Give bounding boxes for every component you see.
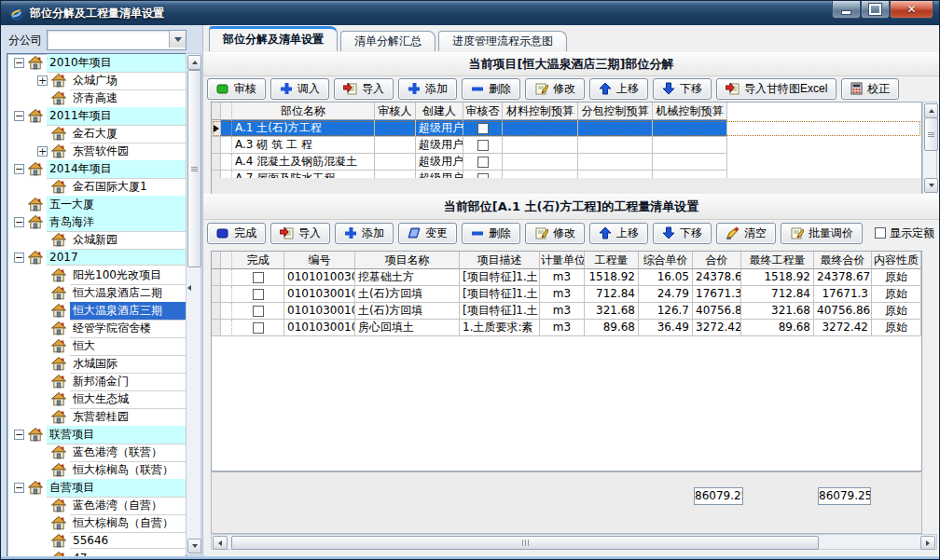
boq-cell-total[interactable]: 17671.3 [693, 286, 741, 303]
boq-cell-final-total[interactable]: 3272.42 [814, 320, 872, 336]
toolbar-button-8[interactable]: 下移 [653, 223, 712, 244]
toolbar-button-7[interactable]: 上移 [589, 223, 648, 244]
done-checkbox[interactable] [253, 289, 264, 300]
boq-cell-price[interactable]: 126.7 [639, 303, 693, 320]
horizontal-scrollbar[interactable] [211, 534, 937, 550]
audited-cell[interactable] [463, 154, 503, 171]
boq-cell-price[interactable]: 36.49 [639, 320, 693, 336]
toolbar-button-3[interactable]: 导入 [334, 78, 394, 100]
boq-cell-total[interactable]: 3272.42 [693, 320, 741, 336]
parts-scroll-thumb[interactable] [924, 117, 938, 151]
boq-cell-nature[interactable]: 原始 [872, 303, 921, 320]
tree-scrollbar[interactable] [186, 53, 201, 555]
tab-1[interactable]: 部位分解及清单设置 [209, 26, 338, 51]
creator-cell[interactable]: 超级用户 [416, 120, 463, 137]
boq-cell-final-total[interactable]: 40756.86 [814, 303, 872, 320]
subcontract-budget-cell[interactable] [578, 154, 653, 171]
parts-scroll-up-button[interactable] [924, 103, 938, 118]
boq-cell-nature[interactable]: 原始 [872, 269, 921, 286]
toolbar-button-2[interactable]: 调入 [270, 78, 329, 100]
tree-item[interactable]: 金石大厦 [7, 125, 186, 143]
parts-table-scrollbar[interactable] [922, 102, 937, 195]
toolbar-button-5[interactable]: 删除 [462, 78, 520, 100]
collapse-icon[interactable]: − [14, 58, 24, 68]
audited-cell[interactable] [463, 120, 503, 137]
expand-icon[interactable]: + [37, 146, 48, 157]
tree-item[interactable]: 经管学院宿舍楼 [7, 320, 186, 337]
boq-table-row[interactable]: 010103001003房心回填土1.土质要求:素m389.6836.49327… [212, 320, 921, 336]
done-checkbox[interactable] [253, 322, 264, 334]
part-name-cell[interactable]: A.4 混凝土及钢筋混凝土 [232, 154, 375, 171]
boq-cell-desc[interactable]: 1.土质要求:素 [460, 320, 540, 336]
audited-checkbox[interactable] [477, 140, 489, 151]
part-name-cell[interactable]: A.1 土(石)方工程 [232, 120, 375, 137]
boq-cell-desc[interactable]: [项目特征]1.土 [460, 269, 540, 286]
boq-cell-unit[interactable]: m3 [540, 303, 585, 320]
tree-scroll-up-button[interactable] [187, 55, 201, 70]
tree-item[interactable]: 恒大 [7, 337, 186, 355]
boq-cell-final-qty[interactable]: 1518.92 [741, 269, 814, 286]
tree-item[interactable]: 阳光100光改项目 [7, 266, 186, 284]
auditor-cell[interactable] [375, 154, 416, 171]
done-cell[interactable] [232, 286, 284, 303]
toolbar-button-3[interactable]: 添加 [335, 223, 394, 244]
tree-item[interactable]: 水城国际 [7, 355, 186, 373]
collapse-icon[interactable]: − [14, 253, 24, 263]
boq-cell-code[interactable]: 010103001002 [284, 303, 355, 320]
boq-cell-price[interactable]: 16.05 [639, 269, 693, 286]
tab-3[interactable]: 进度管理流程示意图 [438, 31, 567, 51]
auditor-cell[interactable] [375, 120, 416, 137]
tree-item[interactable]: −2014年项目 [7, 160, 186, 178]
tree-item[interactable]: −2011年项目 [7, 107, 186, 125]
done-cell[interactable] [232, 320, 284, 336]
boq-cell-code[interactable]: 010103001003 [284, 320, 355, 336]
boq-cell-final-qty[interactable]: 89.68 [741, 320, 814, 336]
tree-item[interactable]: 五一大厦 [7, 196, 186, 213]
done-checkbox[interactable] [253, 272, 264, 283]
toolbar-button-8[interactable]: 下移 [653, 78, 712, 100]
creator-cell[interactable]: 超级用户 [416, 137, 463, 154]
audited-checkbox[interactable] [477, 157, 489, 168]
collapse-icon[interactable]: − [14, 483, 24, 493]
auditor-cell[interactable] [375, 137, 416, 154]
boq-cell-qty[interactable]: 1518.92 [585, 269, 639, 286]
boq-cell-unit[interactable]: m3 [540, 320, 585, 336]
tab-2[interactable]: 清单分解汇总 [340, 31, 435, 51]
subcontract-budget-cell[interactable] [578, 137, 653, 154]
tree-item[interactable]: 蓝色港湾（联营） [7, 444, 186, 461]
splitter-collapse-arrow-icon[interactable] [187, 285, 191, 291]
boq-cell-unit[interactable]: m3 [540, 286, 585, 303]
minimize-button[interactable] [832, 1, 861, 19]
tree-item[interactable]: 恒大温泉酒店三期 [7, 302, 186, 320]
parts-table-row[interactable]: A.1 土(石)方工程超级用户 [212, 120, 921, 137]
creator-cell[interactable]: 超级用户 [416, 154, 463, 171]
company-select-dropdown-button[interactable] [169, 31, 186, 48]
tree-item[interactable]: 众城新园 [7, 231, 186, 249]
toolbar-button-1[interactable]: 审核 [207, 78, 266, 100]
collapse-icon[interactable]: − [14, 430, 24, 440]
company-select[interactable] [47, 30, 187, 50]
toolbar-button-9[interactable]: 清空 [716, 223, 776, 244]
hscroll-left-button[interactable] [213, 536, 228, 550]
material-budget-cell[interactable] [503, 120, 578, 137]
boq-cell-desc[interactable]: [项目特征]1.土 [460, 286, 540, 303]
tree-item[interactable]: −2010年项目 [7, 54, 186, 72]
toolbar-button-7[interactable]: 上移 [589, 78, 648, 100]
boq-cell-qty[interactable]: 89.68 [585, 320, 639, 336]
boq-cell-qty[interactable]: 712.84 [585, 286, 639, 303]
boq-cell-final-total[interactable]: 24378.67 [814, 269, 872, 286]
parts-table-row[interactable]: A.3 砌 筑 工 程超级用户 [212, 137, 921, 154]
hscroll-thumb[interactable] [231, 536, 819, 550]
toolbar-button-10[interactable]: 批量调价 [781, 223, 863, 244]
tree-item[interactable]: 东营碧桂园 [7, 408, 186, 426]
boq-cell-total[interactable]: 24378.67 [693, 269, 741, 286]
tree-scroll-thumb[interactable] [187, 70, 201, 267]
material-budget-cell[interactable] [503, 154, 578, 171]
boq-cell-name[interactable]: 土(石)方回填 [355, 303, 460, 320]
toolbar-button-4[interactable]: 变更 [398, 223, 457, 244]
collapse-icon[interactable]: − [14, 164, 24, 174]
boq-cell-code[interactable]: 010103001001 [284, 286, 355, 303]
tree-item[interactable]: −自营项目 [7, 479, 186, 497]
boq-cell-final-qty[interactable]: 321.68 [741, 303, 814, 320]
toolbar-button-6[interactable]: 修改 [525, 223, 585, 244]
